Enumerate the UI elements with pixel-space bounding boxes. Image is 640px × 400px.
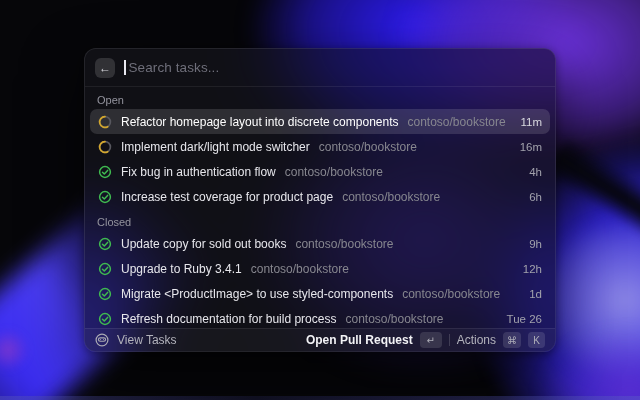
done-icon [98, 287, 112, 301]
done-icon [98, 190, 112, 204]
task-title: Refactor homepage layout into discrete c… [121, 115, 399, 129]
footer-left[interactable]: View Tasks [95, 333, 177, 347]
task-repo: contoso/bookstore [342, 190, 440, 204]
done-icon [98, 262, 112, 276]
footer-divider [449, 334, 450, 346]
task-row[interactable]: Fix bug in authentication flow contoso/b… [90, 159, 550, 184]
task-repo: contoso/bookstore [285, 165, 383, 179]
task-row[interactable]: Upgrade to Ruby 3.4.1 contoso/bookstore … [90, 256, 550, 281]
back-button[interactable]: ← [95, 58, 115, 78]
task-row[interactable]: Increase test coverage for product page … [90, 184, 550, 209]
done-icon [98, 165, 112, 179]
footer-right: Open Pull Request ↵ Actions ⌘ K [306, 332, 545, 348]
command-palette: ← Search tasks... Open Refactor homepage… [84, 48, 556, 352]
actions-button[interactable]: Actions [457, 333, 496, 347]
task-title: Fix bug in authentication flow [121, 165, 276, 179]
task-repo: contoso/bookstore [408, 115, 506, 129]
in-progress-icon [98, 115, 112, 129]
task-row[interactable]: Migrate <ProductImage> to use styled-com… [90, 281, 550, 306]
task-time: 6h [529, 191, 542, 203]
task-time: 16m [520, 141, 542, 153]
footer-bar: View Tasks Open Pull Request ↵ Actions ⌘… [85, 328, 555, 351]
task-title: Update copy for sold out books [121, 237, 286, 251]
task-row[interactable]: Update copy for sold out books contoso/b… [90, 231, 550, 256]
done-icon [98, 312, 112, 326]
task-title: Migrate <ProductImage> to use styled-com… [121, 287, 393, 301]
task-repo: contoso/bookstore [251, 262, 349, 276]
enter-key-icon: ↵ [420, 332, 442, 348]
search-bar: ← Search tasks... [85, 49, 555, 87]
view-tasks-label: View Tasks [117, 333, 177, 347]
text-cursor [124, 60, 126, 75]
cmd-key-icon: ⌘ [503, 332, 521, 348]
task-row[interactable]: Refactor homepage layout into discrete c… [90, 109, 550, 134]
task-time: Tue 26 [507, 313, 542, 325]
back-arrow-icon: ← [99, 58, 111, 78]
task-repo: contoso/bookstore [402, 287, 500, 301]
task-section: Closed Update copy for sold out books co… [85, 209, 555, 328]
section-label: Open [85, 87, 555, 109]
task-section: Open Refactor homepage layout into discr… [85, 87, 555, 209]
task-repo: contoso/bookstore [295, 237, 393, 251]
in-progress-icon [98, 140, 112, 154]
task-time: 11m [520, 116, 542, 128]
task-time: 1d [529, 288, 542, 300]
task-title: Refresh documentation for build process [121, 312, 336, 326]
task-title: Implement dark/light mode switcher [121, 140, 310, 154]
task-title: Upgrade to Ruby 3.4.1 [121, 262, 242, 276]
task-time: 9h [529, 238, 542, 250]
done-icon [98, 237, 112, 251]
section-label: Closed [85, 209, 555, 231]
search-input[interactable]: Search tasks... [129, 60, 546, 75]
wallpaper-magenta-dot-left [0, 330, 30, 370]
task-repo: contoso/bookstore [345, 312, 443, 326]
task-repo: contoso/bookstore [319, 140, 417, 154]
wallpaper-bottom-edge [0, 396, 640, 400]
copilot-icon [95, 333, 109, 347]
open-pull-request-button[interactable]: Open Pull Request [306, 333, 413, 347]
section-rows: Refactor homepage layout into discrete c… [85, 109, 555, 209]
task-time: 12h [523, 263, 542, 275]
task-list: Open Refactor homepage layout into discr… [85, 87, 555, 328]
task-row[interactable]: Implement dark/light mode switcher conto… [90, 134, 550, 159]
task-title: Increase test coverage for product page [121, 190, 333, 204]
task-row[interactable]: Refresh documentation for build process … [90, 306, 550, 328]
task-time: 4h [529, 166, 542, 178]
section-rows: Update copy for sold out books contoso/b… [85, 231, 555, 328]
k-key-icon: K [528, 332, 545, 348]
